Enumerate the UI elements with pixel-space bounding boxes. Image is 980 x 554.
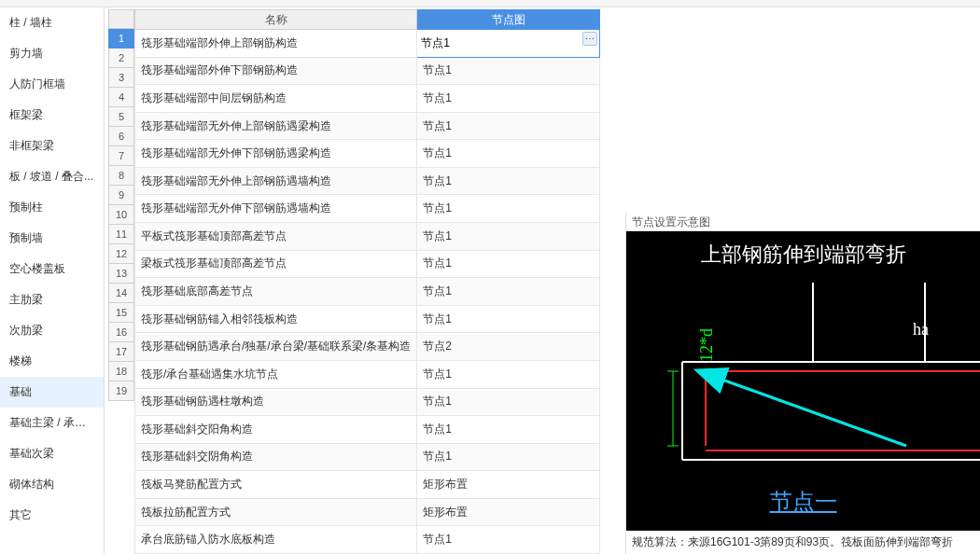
main-area: 柱 / 墙柱剪力墙人防门框墙框架梁非框架梁板 / 坡道 / 叠合...预制柱预制…: [0, 7, 980, 554]
cell-name[interactable]: 筏形基础端部外伸上部钢筋构造: [135, 30, 417, 58]
table-row[interactable]: 筏板拉筋配置方式矩形布置: [135, 498, 600, 526]
sidebar-item-11[interactable]: 楼梯: [0, 346, 104, 377]
table-row[interactable]: 筏形基础端部外伸下部钢筋构造节点1: [135, 57, 600, 85]
rownum[interactable]: 17: [108, 342, 134, 362]
cell-name[interactable]: 筏形基础端部无外伸上部钢筋遇墙构造: [135, 167, 417, 195]
rownum[interactable]: 7: [108, 146, 134, 166]
cell-name[interactable]: 筏形/承台基础遇集水坑节点: [135, 360, 417, 388]
sidebar-item-10[interactable]: 次肋梁: [0, 315, 104, 346]
table-row[interactable]: 筏形基础钢筋遇柱墩构造节点1: [135, 388, 600, 416]
diagram-svg: [626, 231, 980, 530]
cell-node[interactable]: 节点1: [417, 223, 600, 251]
sidebar-item-15[interactable]: 砌体结构: [0, 469, 104, 500]
cell-name[interactable]: 筏板拉筋配置方式: [135, 498, 417, 526]
rownum[interactable]: 19: [108, 381, 134, 401]
cell-node[interactable]: 节点1: [417, 57, 600, 85]
table-row[interactable]: 筏形基础端部外伸上部钢筋构造⋯: [135, 30, 600, 58]
cell-node[interactable]: 节点1: [417, 195, 600, 223]
cell-name[interactable]: 梁板式筏形基础顶部高差节点: [135, 250, 417, 278]
cell-name[interactable]: 筏形基础底部高差节点: [135, 278, 417, 306]
table-row[interactable]: 筏形基础钢筋遇承台/独基/承台梁/基础联系梁/条基构造节点2: [135, 333, 600, 361]
rownum[interactable]: 18: [108, 362, 134, 381]
rownum[interactable]: 12: [108, 244, 134, 264]
rownum[interactable]: 5: [108, 107, 134, 127]
sidebar-item-9[interactable]: 主肋梁: [0, 284, 104, 315]
table-row[interactable]: 筏形基础端部无外伸上部钢筋遇梁构造节点1: [135, 112, 600, 140]
rownum[interactable]: 9: [108, 186, 134, 205]
sidebar-item-16[interactable]: 其它: [0, 500, 104, 531]
cell-node[interactable]: 节点1: [417, 416, 600, 444]
cell-name[interactable]: 筏形基础端部无外伸上部钢筋遇梁构造: [135, 112, 417, 140]
table-row[interactable]: 筏形基础钢筋锚入相邻筏板构造节点1: [135, 305, 600, 333]
rownum[interactable]: 10: [108, 205, 134, 225]
rownum[interactable]: 2: [108, 48, 134, 68]
sidebar-item-14[interactable]: 基础次梁: [0, 438, 104, 469]
ellipsis-icon[interactable]: ⋯: [582, 32, 597, 46]
rownum[interactable]: 3: [108, 68, 134, 88]
table-row[interactable]: 筏形/承台基础遇集水坑节点节点1: [135, 360, 600, 388]
sidebar-item-3[interactable]: 框架梁: [0, 100, 104, 131]
cell-node[interactable]: 节点1: [417, 85, 600, 113]
rownum[interactable]: 4: [108, 88, 134, 107]
col-node-header[interactable]: 节点图: [417, 10, 600, 30]
rownum[interactable]: 14: [108, 284, 134, 303]
rownum[interactable]: 11: [108, 225, 134, 244]
sidebar-item-7[interactable]: 预制墙: [0, 223, 104, 254]
rownum[interactable]: 1: [108, 29, 134, 48]
cell-name[interactable]: 筏形基础端部无外伸下部钢筋遇墙构造: [135, 195, 417, 223]
table-row[interactable]: 筏形基础斜交阴角构造节点1: [135, 443, 600, 471]
rownum[interactable]: 15: [108, 303, 134, 323]
rownum[interactable]: 6: [108, 127, 134, 146]
cell-name[interactable]: 承台底筋锚入防水底板构造: [135, 526, 417, 554]
cell-node[interactable]: 矩形布置: [417, 471, 600, 499]
cell-name[interactable]: 筏形基础端部中间层钢筋构造: [135, 85, 417, 113]
node-edit-input[interactable]: [417, 30, 599, 57]
cell-node[interactable]: 节点1: [417, 140, 600, 168]
rownum[interactable]: 13: [108, 264, 134, 284]
sidebar-item-5[interactable]: 板 / 坡道 / 叠合...: [0, 161, 104, 192]
cell-name[interactable]: 筏形基础端部外伸下部钢筋构造: [135, 57, 417, 85]
cell-node[interactable]: ⋯: [417, 30, 600, 58]
cell-node[interactable]: 节点1: [417, 167, 600, 195]
cell-node[interactable]: 节点1: [417, 250, 600, 278]
data-grid[interactable]: 名称节点图筏形基础端部外伸上部钢筋构造⋯筏形基础端部外伸下部钢筋构造节点1筏形基…: [134, 9, 600, 554]
cell-node[interactable]: 节点1: [417, 278, 600, 306]
sidebar-item-12[interactable]: 基础: [0, 377, 104, 408]
rownum[interactable]: 16: [108, 323, 134, 342]
table-row[interactable]: 筏板马凳筋配置方式矩形布置: [135, 471, 600, 499]
sidebar-item-2[interactable]: 人防门框墙: [0, 69, 104, 100]
col-name-header[interactable]: 名称: [135, 10, 417, 30]
cell-node[interactable]: 节点1: [417, 305, 600, 333]
cell-name[interactable]: 筏形基础钢筋锚入相邻筏板构造: [135, 305, 417, 333]
sidebar-item-0[interactable]: 柱 / 墙柱: [0, 7, 104, 38]
sidebar-item-6[interactable]: 预制柱: [0, 192, 104, 223]
rownum[interactable]: 8: [108, 166, 134, 186]
table-row[interactable]: 承台底筋锚入防水底板构造节点1: [135, 526, 600, 554]
sidebar-item-4[interactable]: 非框架梁: [0, 131, 104, 161]
sidebar-item-1[interactable]: 剪力墙: [0, 38, 104, 69]
cell-node[interactable]: 节点1: [417, 112, 600, 140]
table-row[interactable]: 梁板式筏形基础顶部高差节点节点1: [135, 250, 600, 278]
cell-node[interactable]: 节点2: [417, 333, 600, 361]
table-row[interactable]: 平板式筏形基础顶部高差节点节点1: [135, 223, 600, 251]
cell-node[interactable]: 节点1: [417, 443, 600, 471]
table-row[interactable]: 筏形基础底部高差节点节点1: [135, 278, 600, 306]
cell-name[interactable]: 筏板马凳筋配置方式: [135, 471, 417, 499]
cell-node[interactable]: 节点1: [417, 360, 600, 388]
table-row[interactable]: 筏形基础端部无外伸下部钢筋遇墙构造节点1: [135, 195, 600, 223]
table-row[interactable]: 筏形基础斜交阳角构造节点1: [135, 416, 600, 444]
cell-name[interactable]: 筏形基础端部无外伸下部钢筋遇梁构造: [135, 140, 417, 168]
cell-node[interactable]: 节点1: [417, 388, 600, 416]
table-row[interactable]: 筏形基础端部无外伸下部钢筋遇梁构造节点1: [135, 140, 600, 168]
sidebar-item-8[interactable]: 空心楼盖板: [0, 254, 104, 284]
cell-name[interactable]: 筏形基础钢筋遇承台/独基/承台梁/基础联系梁/条基构造: [135, 333, 417, 361]
table-row[interactable]: 筏形基础端部无外伸上部钢筋遇墙构造节点1: [135, 167, 600, 195]
sidebar-item-13[interactable]: 基础主梁 / 承台梁: [0, 408, 104, 438]
table-row[interactable]: 筏形基础端部中间层钢筋构造节点1: [135, 85, 600, 113]
cell-node[interactable]: 节点1: [417, 526, 600, 554]
cell-name[interactable]: 筏形基础斜交阴角构造: [135, 443, 417, 471]
cell-name[interactable]: 平板式筏形基础顶部高差节点: [135, 223, 417, 251]
cell-name[interactable]: 筏形基础斜交阳角构造: [135, 416, 417, 444]
cell-name[interactable]: 筏形基础钢筋遇柱墩构造: [135, 388, 417, 416]
cell-node[interactable]: 矩形布置: [417, 498, 600, 526]
